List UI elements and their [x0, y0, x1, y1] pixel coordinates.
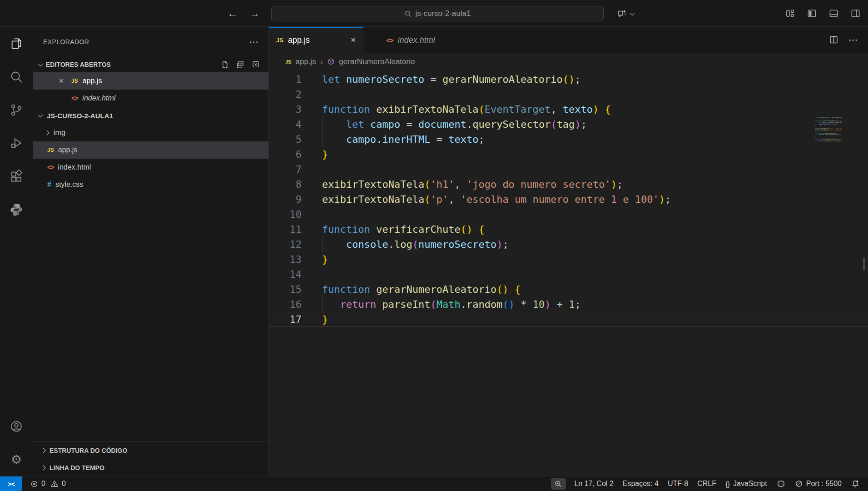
folder-root-label: JS-CURSO-2-AULA1	[47, 112, 113, 120]
remote-indicator[interactable]: ><	[0, 476, 22, 491]
code-line[interactable]: 13}	[269, 252, 868, 267]
breadcrumb[interactable]: JS app.js › gerarNumeroAleatorio	[269, 53, 868, 70]
open-editor-appjs[interactable]: × JS app.js	[33, 72, 268, 90]
line-number: 3	[269, 102, 302, 117]
line-content: function exibirTextoNaTela(EventTarget, …	[322, 104, 611, 115]
language-mode[interactable]: {} JavaScript	[721, 476, 772, 491]
close-icon[interactable]: ×	[56, 76, 67, 86]
symbol-function-icon	[327, 58, 335, 65]
encoding-indicator[interactable]: UTF-8	[663, 476, 693, 491]
cursor-position[interactable]: Ln 17, Col 2	[570, 476, 618, 491]
port-indicator[interactable]: Port : 5500	[790, 476, 846, 491]
line-number: 17	[269, 312, 302, 326]
line-content: campo.inerHTML = texto;	[322, 134, 485, 145]
code-line[interactable]: 2	[269, 87, 868, 102]
error-count: 0	[41, 480, 45, 488]
chevron-down-icon	[38, 112, 43, 117]
indentation-indicator[interactable]: Espaços: 4	[618, 476, 663, 491]
notifications-bell-icon[interactable]	[846, 476, 864, 491]
code-line[interactable]: 15function gerarNumeroAleatorio() {	[269, 282, 868, 297]
code-line[interactable]: 9exibirTextoNaTela('p', 'escolha um nume…	[269, 192, 868, 207]
open-editors-title: EDITORES ABERTOS	[46, 61, 111, 68]
activity-bar: ⚙	[0, 27, 33, 476]
save-all-icon[interactable]	[236, 60, 245, 69]
tree-item-img[interactable]: img	[33, 124, 268, 141]
timeline-section[interactable]: LINHA DO TEMPO	[33, 459, 268, 476]
source-control-icon[interactable]	[0, 93, 33, 126]
folder-root[interactable]: JS-CURSO-2-AULA1	[33, 107, 268, 124]
code-line[interactable]: 12 console.log(numeroSecreto);	[269, 237, 868, 252]
extensions-icon[interactable]	[0, 160, 33, 193]
code-line[interactable]: 17}	[269, 312, 868, 327]
tree-item-appjs[interactable]: JS app.js	[33, 141, 268, 159]
outline-section[interactable]: ESTRUTURA DO CÓDIGO	[33, 441, 268, 459]
code-line[interactable]: 3function exibirTextoNaTela(EventTarget,…	[269, 102, 868, 117]
scrollbar-overview-mark[interactable]	[863, 258, 865, 270]
chevron-down-icon	[38, 61, 43, 66]
html-file-icon: <>	[47, 164, 54, 171]
code-editor[interactable]: 1let numeroSecreto = gerarNumeroAleatori…	[269, 70, 868, 476]
tree-item-label: index.html	[58, 163, 91, 171]
toggle-secondary-sidebar-icon[interactable]	[850, 8, 861, 19]
warning-count: 0	[62, 480, 66, 488]
more-actions-icon[interactable]: ⋯	[848, 35, 858, 45]
minimap[interactable]: let numeroSecreto = gerarNumeroAleatorio…	[815, 115, 842, 141]
line-content: let campo = document.querySelector(tag);	[322, 119, 587, 130]
code-line[interactable]: 7	[269, 162, 868, 177]
line-number: 15	[269, 282, 302, 297]
breadcrumb-file[interactable]: app.js	[295, 57, 316, 66]
customize-layout-icon[interactable]	[785, 8, 795, 19]
open-editors-header[interactable]: EDITORES ABERTOS	[33, 57, 268, 72]
command-center-search[interactable]: js-curso-2-aula1	[271, 6, 604, 21]
line-content: function gerarNumeroAleatorio() {	[322, 284, 521, 295]
account-icon[interactable]	[0, 410, 33, 443]
back-icon[interactable]: ←	[227, 7, 238, 20]
line-content: return parseInt(Math.random() * 10) + 1;	[322, 299, 581, 310]
tab-bar: JS app.js × <> index.html ⋯	[269, 27, 868, 53]
code-line[interactable]: 11function verificarChute() {	[269, 222, 868, 237]
eol-indicator[interactable]: CRLF	[693, 476, 721, 491]
split-editor-icon[interactable]	[829, 35, 838, 45]
port-label: Port : 5500	[806, 480, 842, 488]
status-bar: >< 0 0 Ln 17, Col 2 Espaços: 4 UTF-8 CRL…	[0, 476, 868, 491]
history-nav: ← →	[227, 0, 260, 27]
toggle-panel-icon[interactable]	[828, 8, 839, 19]
tab-indexhtml[interactable]: <> index.html	[363, 27, 458, 53]
explorer-icon[interactable]	[0, 27, 33, 60]
code-line[interactable]: 16 return parseInt(Math.random() * 10) +…	[269, 297, 868, 312]
run-debug-icon[interactable]	[0, 126, 33, 160]
open-editor-indexhtml[interactable]: <> index.html	[33, 90, 268, 107]
copilot-status-icon[interactable]	[772, 476, 790, 491]
code-area[interactable]: 1let numeroSecreto = gerarNumeroAleatori…	[269, 70, 868, 327]
views-more-icon[interactable]: ⋯	[249, 36, 258, 47]
sidebar-header: EXPLORADOR ⋯	[33, 27, 268, 57]
code-line[interactable]: 5 campo.inerHTML = texto;	[269, 132, 868, 147]
code-line[interactable]: 8exibirTextoNaTela('h1', 'jogo do numero…	[269, 177, 868, 192]
search-icon	[404, 10, 412, 18]
close-icon[interactable]: ×	[351, 35, 356, 45]
tree-item-indexhtml[interactable]: <> index.html	[33, 159, 268, 176]
problems-indicator[interactable]: 0 0	[26, 476, 70, 491]
zoom-indicator[interactable]	[551, 478, 566, 490]
tab-appjs[interactable]: JS app.js ×	[269, 27, 363, 53]
python-icon[interactable]	[0, 193, 33, 226]
code-line[interactable]: 4 let campo = document.querySelector(tag…	[269, 117, 868, 132]
copilot-menu[interactable]	[617, 0, 634, 27]
tab-label: app.js	[288, 35, 310, 45]
forward-icon[interactable]: →	[249, 7, 260, 20]
line-content: }	[322, 149, 328, 160]
code-line[interactable]: 14	[269, 267, 868, 282]
close-all-editors-icon[interactable]	[251, 60, 260, 69]
tree-item-stylecss[interactable]: # style.css	[33, 176, 268, 193]
settings-gear-icon[interactable]: ⚙	[0, 443, 33, 476]
breadcrumb-symbol[interactable]: gerarNumeroAleatorio	[339, 57, 415, 66]
search-icon-activity[interactable]	[0, 60, 33, 93]
code-line[interactable]: 6}	[269, 147, 868, 162]
new-untitled-file-icon[interactable]	[220, 60, 229, 69]
code-line[interactable]: 1let numeroSecreto = gerarNumeroAleatori…	[269, 72, 868, 87]
code-line[interactable]: 10	[269, 207, 868, 222]
toggle-primary-sidebar-icon[interactable]	[807, 8, 817, 19]
line-content: }	[322, 314, 328, 325]
open-editor-label: index.html	[82, 94, 115, 102]
open-editor-label: app.js	[83, 77, 102, 85]
